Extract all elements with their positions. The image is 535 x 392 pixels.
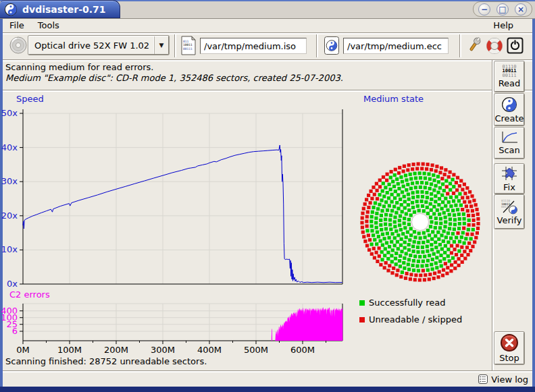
yinyang-icon [501, 96, 517, 113]
svg-text:00111: 00111 [501, 205, 511, 208]
svg-text:00111: 00111 [183, 47, 193, 51]
menu-file[interactable]: File [3, 19, 31, 32]
svg-text:100M: 100M [57, 345, 82, 355]
legend-swatch-green [359, 300, 365, 306]
window-title: dvdisaster-0.71 [22, 4, 106, 15]
drive-select-value: Optical drive 52X FW 1.02 [29, 40, 154, 51]
image-file-input[interactable] [200, 38, 307, 54]
log-icon [478, 374, 488, 385]
legend-label: Unreadable / skipped [369, 314, 462, 325]
svg-text:40x: 40x [1, 142, 18, 152]
separator [174, 34, 176, 57]
svg-text:30x: 30x [1, 176, 18, 186]
toolbar: Optical drive 52X FW 1.02 ▼ 011100110011… [3, 33, 532, 59]
svg-text:400M: 400M [197, 345, 222, 355]
medium-state-disc [357, 92, 496, 294]
status-line-1: Scanning medium for read errors. [5, 62, 153, 72]
svg-text:50x: 50x [1, 108, 18, 118]
svg-text:011: 011 [183, 40, 189, 43]
view-log-button[interactable]: View log [478, 372, 528, 386]
preferences-wrench-icon[interactable] [465, 36, 484, 56]
window-border-right [532, 18, 535, 387]
help-lifebuoy-icon[interactable] [485, 36, 504, 56]
create-button[interactable]: Create [494, 94, 524, 125]
separator [316, 34, 318, 57]
view-log-label: View log [491, 374, 528, 385]
scan-button-label: Scan [499, 145, 520, 155]
fix-button-label: Fix [503, 182, 515, 192]
speed-and-c2-chart: 0x10x20x30x40x50x6251004000M100M200M300M… [0, 92, 358, 356]
separator [3, 370, 532, 372]
chevron-down-icon: ▼ [154, 36, 168, 54]
svg-text:10x: 10x [1, 244, 18, 254]
separator [3, 59, 532, 61]
status-line-2: Medium "Example disc": CD-R mode 1, 3524… [5, 73, 343, 83]
svg-text:600M: 600M [290, 345, 315, 355]
cd-drive-icon [8, 35, 28, 55]
svg-text:0M: 0M [16, 345, 30, 355]
window-controls: − □ × [473, 1, 532, 17]
verify-button-label: Verify [497, 215, 522, 225]
app-yinyang-icon [4, 3, 18, 16]
ecc-file-yinyang-icon [323, 35, 340, 56]
read-button[interactable]: 01110 10011 00111 Read [494, 61, 524, 92]
fix-button[interactable]: Fix [494, 164, 524, 194]
minimize-button[interactable]: − [478, 3, 490, 16]
stop-button[interactable]: Stop [494, 332, 524, 364]
separator [459, 34, 461, 57]
window-border-bottom [0, 387, 535, 392]
svg-text:300M: 300M [151, 345, 175, 355]
svg-text:20x: 20x [1, 211, 18, 221]
svg-text:0x: 0x [7, 279, 18, 289]
svg-text:400: 400 [1, 306, 18, 316]
titlebar[interactable]: dvdisaster-0.71 − □ × [0, 0, 535, 19]
read-button-label: Read [499, 78, 521, 88]
quit-power-icon[interactable] [507, 37, 524, 54]
stop-icon [500, 333, 519, 352]
puzzle-icon [501, 165, 518, 181]
separator [492, 60, 494, 370]
svg-text:10011: 10011 [183, 43, 193, 47]
image-file-binary-icon: 0111001100111 [180, 35, 197, 56]
stop-button-label: Stop [499, 353, 519, 363]
scan-button[interactable]: Scan [494, 128, 524, 159]
menubar: File Tools Help [3, 18, 532, 32]
svg-text:500M: 500M [244, 345, 268, 355]
footer-status: Scanning finished: 28752 unreadable sect… [5, 356, 207, 366]
legend-label: Successfully read [369, 298, 445, 308]
title-tab[interactable]: dvdisaster-0.71 [0, 0, 120, 18]
menu-tools[interactable]: Tools [31, 19, 66, 32]
svg-text:200M: 200M [104, 345, 128, 355]
drive-select[interactable]: Optical drive 52X FW 1.02 ▼ [28, 36, 169, 55]
menu-help[interactable]: Help [486, 19, 520, 32]
verify-compare-icon: 011101001100111 [501, 198, 518, 215]
app-window: dvdisaster-0.71 − □ × File Tools Help Op… [0, 0, 535, 392]
legend-item-unreadable: Unreadable / skipped [359, 314, 462, 325]
ecc-file-input[interactable] [343, 38, 449, 54]
maximize-button[interactable]: □ [496, 3, 509, 16]
legend-swatch-red [359, 317, 365, 323]
scan-chart-icon [501, 131, 518, 144]
verify-button[interactable]: 011101001100111 Verify [494, 195, 524, 229]
close-button[interactable]: × [515, 3, 527, 16]
legend-item-readable: Successfully read [359, 298, 445, 308]
create-button-label: Create [494, 113, 524, 123]
